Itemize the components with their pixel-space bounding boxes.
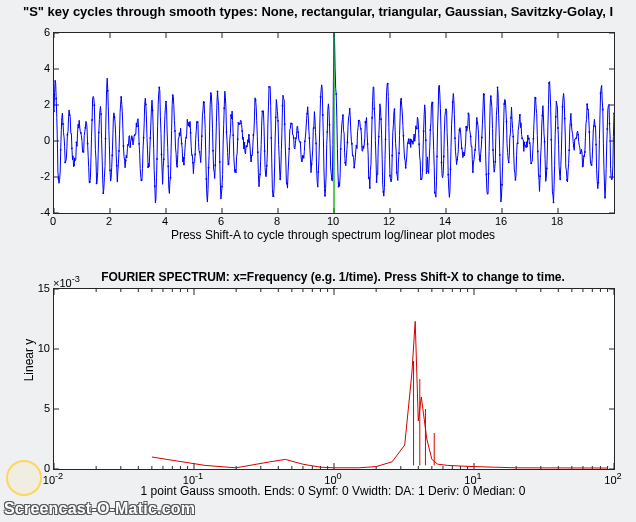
svg-point-199 [427,170,429,172]
svg-point-185 [396,171,398,173]
svg-point-33 [55,98,57,100]
svg-point-134 [282,105,284,107]
plot1-xtick: 4 [162,215,168,227]
svg-point-237 [512,136,514,138]
spectrum-plot-canvas [54,289,614,469]
svg-point-251 [544,141,546,143]
svg-point-52 [98,131,100,133]
svg-point-203 [436,155,438,157]
svg-point-32 [54,110,55,112]
svg-point-72 [143,137,145,139]
svg-point-138 [291,123,293,125]
svg-point-40 [71,147,73,149]
svg-point-168 [358,120,360,122]
svg-point-167 [356,145,358,147]
svg-point-112 [232,134,234,136]
svg-point-36 [62,123,64,125]
svg-point-155 [329,124,331,126]
svg-point-70 [138,143,140,145]
svg-point-146 [308,137,310,139]
svg-point-43 [78,126,80,128]
plot1-xtick: 2 [106,215,112,227]
svg-point-151 [320,96,322,98]
svg-point-86 [174,130,176,132]
svg-point-99 [203,101,205,103]
svg-point-154 [326,131,328,133]
svg-point-69 [136,126,138,128]
signal-plot-axes[interactable] [53,32,615,214]
svg-point-90 [183,164,185,166]
svg-point-215 [463,152,465,154]
svg-point-119 [248,134,250,136]
plot1-xtick: 10 [327,215,339,227]
svg-point-106 [219,161,221,163]
svg-point-162 [344,162,346,164]
svg-point-34 [58,178,60,180]
svg-point-124 [259,173,261,175]
svg-point-125 [261,110,263,112]
svg-point-152 [322,114,324,116]
svg-point-136 [286,183,288,185]
svg-point-273 [593,125,595,127]
plot1-ytick: -2 [30,170,50,182]
svg-point-108 [223,107,225,109]
svg-point-166 [353,167,355,169]
svg-point-153 [324,195,326,197]
svg-point-114 [237,138,239,140]
svg-point-156 [331,178,333,180]
svg-point-164 [349,108,351,110]
svg-point-169 [360,128,362,130]
svg-point-163 [347,142,349,144]
spectrum-plot-axes[interactable] [53,288,615,470]
svg-point-140 [295,137,297,139]
svg-point-227 [490,95,492,97]
svg-point-269 [584,151,586,153]
svg-point-83 [167,165,169,167]
svg-point-239 [517,142,519,144]
svg-point-261 [566,179,568,181]
svg-point-222 [479,158,481,160]
svg-point-38 [67,134,69,136]
svg-point-171 [364,121,366,123]
svg-point-200 [429,129,431,131]
svg-point-181 [387,83,389,85]
plot1-xtick: 14 [439,215,451,227]
svg-point-213 [459,129,461,131]
svg-point-120 [250,160,252,162]
svg-point-116 [241,130,243,132]
svg-point-76 [152,110,154,112]
svg-point-107 [221,186,223,188]
svg-point-235 [508,161,510,163]
svg-point-129 [270,137,272,139]
svg-point-238 [515,179,517,181]
svg-point-266 [577,134,579,136]
svg-point-113 [235,169,237,171]
svg-point-45 [82,151,84,153]
svg-point-248 [537,151,539,153]
svg-point-201 [432,102,434,104]
svg-point-118 [246,145,248,147]
svg-point-66 [129,146,131,148]
svg-point-242 [524,141,526,143]
svg-point-260 [564,118,566,120]
svg-point-246 [532,138,534,140]
svg-point-50 [93,104,95,106]
svg-point-253 [548,82,550,84]
svg-point-216 [465,126,467,128]
svg-point-101 [208,167,210,169]
svg-point-51 [96,182,98,184]
svg-point-226 [488,173,490,175]
svg-point-229 [494,161,496,163]
svg-point-78 [156,158,158,160]
svg-point-275 [597,182,599,184]
svg-point-147 [311,163,313,165]
plot2-ytick: 15 [30,282,50,294]
svg-point-111 [230,114,232,116]
svg-point-245 [530,162,532,164]
svg-point-221 [476,122,478,124]
svg-point-180 [385,138,387,140]
plot1-xtick: 12 [383,215,395,227]
svg-point-148 [313,127,315,129]
svg-point-139 [293,137,295,139]
plot2-ytick: 10 [30,342,50,354]
